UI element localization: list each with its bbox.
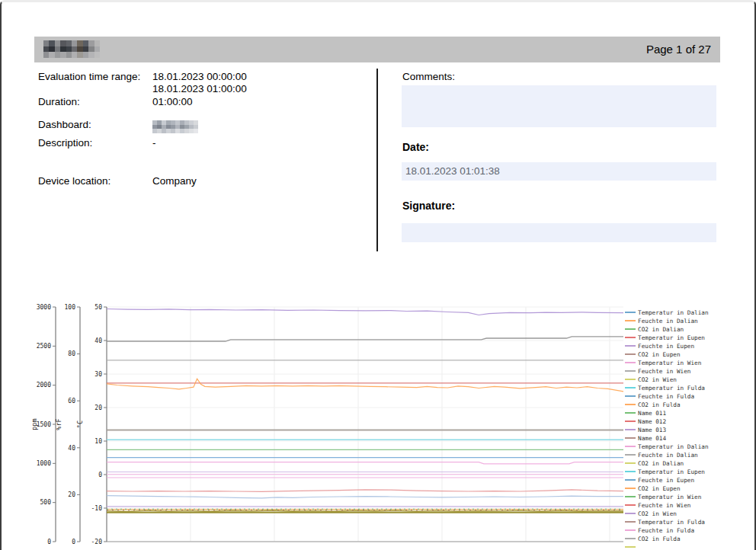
axis-label-c: °C (76, 420, 84, 428)
chart-trace (107, 309, 623, 315)
legend-item: CO2 in Dalian (625, 326, 684, 333)
svg-text:2000: 2000 (37, 382, 51, 389)
legend-item: CO2 in Fulda (625, 401, 681, 408)
legend-item: CO2 in Eupen (625, 485, 681, 492)
svg-text:20: 20 (94, 405, 102, 411)
svg-text:Feuchte in Eupen: Feuchte in Eupen (638, 343, 694, 350)
svg-text:CO2 in Fulda: CO2 in Fulda (638, 401, 681, 408)
svg-text:2500: 2500 (37, 343, 51, 350)
info-label: Device location: (38, 175, 152, 187)
svg-text:20: 20 (68, 491, 75, 498)
svg-text:1000: 1000 (37, 460, 51, 467)
legend-item: Feuchte in Eupen (625, 343, 694, 350)
legend-item: CO2 in Wien (625, 376, 677, 383)
svg-text:CO2 in Wien: CO2 in Wien (638, 376, 677, 383)
svg-text:Feuchte in Dalian: Feuchte in Dalian (638, 452, 698, 459)
info-value: 18.01.2023 00:00:0018.01.2023 01:00:00 (152, 71, 247, 95)
legend-item: Feuchte in Dalian (625, 452, 698, 459)
svg-text:80: 80 (68, 350, 75, 357)
axis-label-rf: %rF (55, 418, 62, 430)
svg-text:30: 30 (94, 371, 102, 378)
info-label: Evaluation time range: (38, 71, 152, 95)
chart-legend: Temperatur in DalianFeuchte in DalianCO2… (625, 309, 709, 547)
chart-trace (107, 490, 623, 492)
legend-item: Name 011 (625, 410, 666, 417)
svg-text:Temperatur in Fulda: Temperatur in Fulda (638, 519, 705, 526)
comments-label: Comments: (402, 71, 455, 82)
svg-text:Feuchte in Eupen: Feuchte in Eupen (638, 477, 694, 484)
legend-item: Feuchte in Wien (625, 368, 690, 375)
svg-text:3000: 3000 (37, 304, 51, 311)
chart-trace (107, 510, 623, 511)
signature-label: Signature: (402, 200, 455, 212)
chart-traces (107, 309, 623, 513)
svg-text:CO2 in Eupen: CO2 in Eupen (638, 485, 681, 492)
report-header-bar: Page 1 of 27 (34, 37, 720, 62)
svg-text:Temperatur in Eupen: Temperatur in Eupen (638, 468, 705, 475)
legend-item: Temperatur in Wien (625, 494, 701, 500)
legend-item: CO2 in Fulda (625, 536, 681, 542)
info-row: Device location:Company (38, 175, 197, 187)
svg-text:CO2 in Dalian: CO2 in Dalian (638, 326, 684, 333)
info-label: Dashboard: (38, 119, 152, 133)
legend-item: Feuchte in Fulda (625, 527, 694, 534)
info-row: Dashboard: (38, 119, 198, 133)
svg-text:Temperatur in Wien: Temperatur in Wien (638, 494, 701, 500)
page-number-label: Page 1 of 27 (646, 37, 711, 62)
redacted-dashboard-value (152, 120, 198, 133)
svg-text:10: 10 (94, 438, 102, 445)
legend-item: Temperatur in Dalian (625, 443, 709, 450)
svg-text:Name 014: Name 014 (638, 435, 666, 442)
legend-item: Temperatur in Eupen (625, 334, 705, 341)
legend-item: Feuchte in Eupen (625, 477, 694, 484)
legend-item: Name 013 (625, 427, 666, 433)
legend-item: Temperatur in Fulda (625, 519, 705, 526)
info-row: Duration:01:00:00 (38, 96, 193, 108)
comments-field[interactable] (402, 85, 716, 127)
legend-item: Feuchte in Wien (625, 502, 690, 509)
svg-text:Temperatur in Dalian: Temperatur in Dalian (638, 309, 709, 316)
svg-text:0: 0 (98, 472, 102, 478)
legend-item: Temperatur in Wien (625, 360, 701, 366)
chart-trace (107, 462, 623, 464)
svg-text:CO2 in Wien: CO2 in Wien (638, 510, 677, 517)
svg-text:100: 100 (65, 304, 76, 311)
svg-text:CO2 in Fulda: CO2 in Fulda (638, 536, 681, 542)
info-row: Description:- (38, 137, 156, 149)
legend-item: Feuchte in Dalian (625, 318, 698, 325)
info-label: Description: (38, 137, 152, 149)
signature-field[interactable] (402, 223, 716, 242)
svg-text:Feuchte in Dalian: Feuchte in Dalian (638, 318, 698, 325)
svg-text:Temperatur in Dalian: Temperatur in Dalian (638, 443, 709, 450)
svg-text:Temperatur in Eupen: Temperatur in Eupen (638, 334, 705, 341)
info-value: 01:00:00 (152, 96, 193, 108)
svg-text:-10: -10 (91, 505, 103, 512)
chart-trace (107, 379, 623, 392)
info-value: - (152, 137, 156, 149)
svg-text:40: 40 (68, 445, 75, 452)
svg-text:50: 50 (94, 304, 102, 311)
svg-text:Feuchte in Fulda: Feuchte in Fulda (638, 527, 694, 534)
legend-item: Feuchte in Fulda (625, 393, 694, 400)
svg-text:1500: 1500 (37, 421, 51, 428)
info-value (152, 119, 198, 133)
svg-text:Feuchte in Wien: Feuchte in Wien (638, 502, 690, 509)
svg-text:Name 011: Name 011 (638, 410, 666, 417)
svg-text:-20: -20 (91, 539, 103, 545)
legend-item: Name 012 (625, 418, 666, 425)
axis-label-ppm: ppm (30, 418, 38, 430)
info-label: Duration: (38, 96, 152, 108)
date-field[interactable]: 18.01.2023 01:01:38 (402, 162, 716, 181)
svg-text:Feuchte in Wien: Feuchte in Wien (638, 368, 690, 375)
date-value: 18.01.2023 01:01:38 (402, 162, 716, 181)
legend-item: CO2 in Wien (625, 510, 677, 517)
svg-text:60: 60 (68, 398, 75, 405)
date-label: Date: (402, 141, 429, 153)
legend-item: Name 014 (625, 435, 666, 442)
section-divider (376, 69, 378, 251)
svg-text:Temperatur in Fulda: Temperatur in Fulda (638, 385, 705, 392)
svg-text:Feuchte in Fulda: Feuchte in Fulda (638, 393, 694, 400)
legend-item: Temperatur in Eupen (625, 468, 705, 475)
svg-text:Name 012: Name 012 (638, 418, 666, 425)
legend-item: CO2 in Dalian (625, 460, 684, 467)
